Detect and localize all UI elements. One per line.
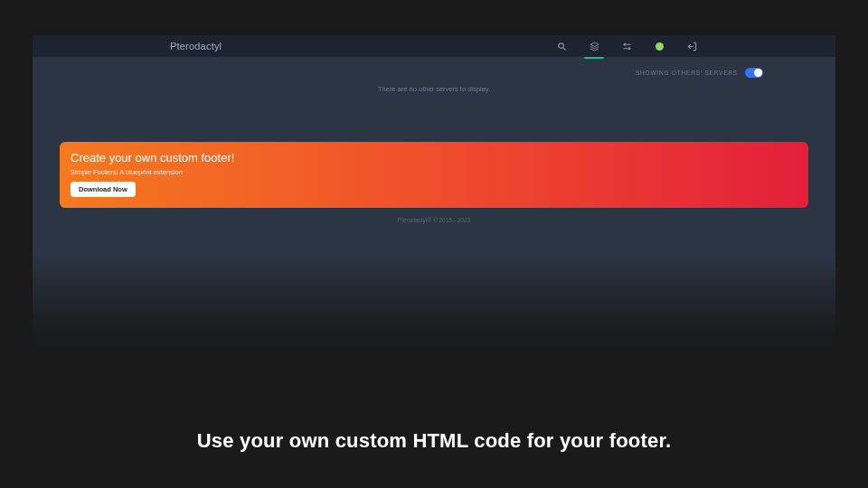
servers-icon[interactable] <box>588 40 600 52</box>
show-others-toggle[interactable] <box>745 68 763 78</box>
toggle-row: SHOWING OTHERS' SERVERS <box>60 57 808 78</box>
nav-icons <box>555 35 698 57</box>
svg-point-5 <box>627 47 629 49</box>
user-avatar[interactable] <box>653 40 665 52</box>
toggle-knob-icon <box>754 69 762 77</box>
topbar: Pterodactyl <box>33 35 835 57</box>
svg-point-0 <box>558 42 563 48</box>
toggle-label: SHOWING OTHERS' SERVERS <box>636 70 738 76</box>
brand-logo[interactable]: Pterodactyl <box>170 41 222 52</box>
svg-point-2 <box>624 43 626 45</box>
window-bottom-fade <box>33 254 835 353</box>
admin-icon[interactable] <box>620 40 633 52</box>
logout-icon[interactable] <box>685 40 698 52</box>
download-button[interactable]: Download Now <box>71 182 136 197</box>
custom-footer-banner: Create your own custom footer! Simple Fo… <box>60 142 808 208</box>
svg-line-1 <box>562 47 565 50</box>
empty-state-message: There are no other servers to display. <box>60 85 808 93</box>
content-area: SHOWING OTHERS' SERVERS There are no oth… <box>33 57 835 223</box>
marketing-caption: Use your own custom HTML code for your f… <box>0 429 868 453</box>
copyright-text: Pterodactyl® © 2015 - 2023 <box>60 217 808 223</box>
stage: Pterodactyl <box>0 0 868 488</box>
footer-title: Create your own custom footer! <box>71 151 797 164</box>
app-window: Pterodactyl <box>33 35 835 353</box>
search-icon[interactable] <box>555 40 568 52</box>
avatar-dot-icon <box>656 42 664 51</box>
footer-subtitle: Simple Footers! A blueprint extension <box>71 168 797 176</box>
